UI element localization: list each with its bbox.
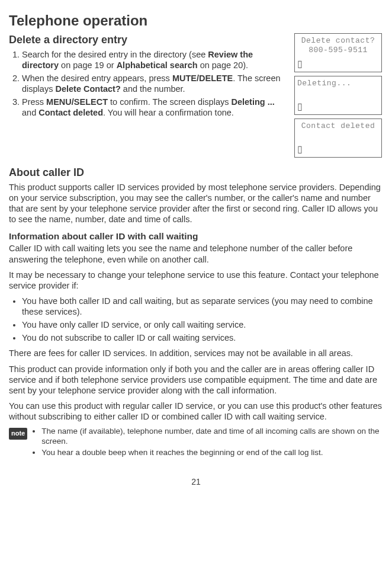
lcd-line: Contact deleted [296,121,380,131]
note-block: note The name (if available), telephone … [9,427,383,459]
bold-text: Delete Contact? [55,84,120,94]
key-label: MUTE/DELETE [172,73,233,83]
page-number: 21 [9,477,383,488]
list-item: The name (if available), telephone numbe… [41,427,383,447]
lcd-screen-2: Deleting... ▯ [294,76,382,115]
lcd-screen-1: Delete contact? 800-595-9511 ▯ [294,33,382,72]
text: . You will hear a confirmation tone. [103,108,234,117]
note-list: The name (if available), telephone numbe… [32,427,383,459]
lcd-line: Delete contact? [296,36,380,46]
section-heading-delete: Delete a directory entry [9,33,290,47]
subheading-call-waiting: Information about caller ID with call wa… [9,230,383,242]
instruction-list: Search for the desired entry in the dire… [9,49,290,119]
list-item: Search for the desired entry in the dire… [22,49,290,71]
lcd-line: 800-595-9511 [296,46,380,55]
text: Search for the desired entry in the dire… [22,50,208,59]
paragraph: You can use this product with regular ca… [9,401,383,422]
bold-text: Alphabetical search [117,60,198,70]
bold-text: Contact deleted [38,108,103,117]
text: on page 20). [198,60,248,70]
battery-icon: ▯ [297,143,303,155]
paragraph: Caller ID with call waiting lets you see… [9,243,383,264]
list-item: Press MENU/SELECT to confirm. The screen… [22,97,290,118]
note-badge: note [9,428,27,440]
text: and the number. [121,84,185,94]
paragraph: This product can provide information onl… [9,364,383,396]
lcd-line: Deleting... [296,79,380,88]
battery-icon: ▯ [297,58,303,70]
paragraph: This product supports caller ID services… [9,182,383,225]
text: on page 19 or [59,60,117,70]
key-label: MENU/SELECT [46,97,108,107]
list-item: You have only caller ID service, or only… [22,319,383,330]
lcd-screen-3: Contact deleted ▯ [294,119,382,158]
paragraph: It may be necessary to change your telep… [9,270,383,291]
paragraph: There are fees for caller ID services. I… [9,348,383,358]
list-item: You hear a double beep when it reaches t… [41,448,383,458]
list-item: You do not subscribe to caller ID or cal… [22,332,383,343]
section-heading-caller-id: About caller ID [9,166,383,180]
text: to confirm. The screen displays [108,97,231,107]
battery-icon: ▯ [297,101,303,113]
text: When the desired entry appears, press [22,73,172,83]
bullet-list: You have both caller ID and call waiting… [9,296,383,344]
text: Press [22,97,46,107]
bold-text: Deleting ... [231,97,274,107]
text: and [22,108,38,117]
list-item: You have both caller ID and call waiting… [22,296,383,317]
page-title: Telephone operation [9,12,383,30]
list-item: When the desired entry appears, press MU… [22,73,290,94]
